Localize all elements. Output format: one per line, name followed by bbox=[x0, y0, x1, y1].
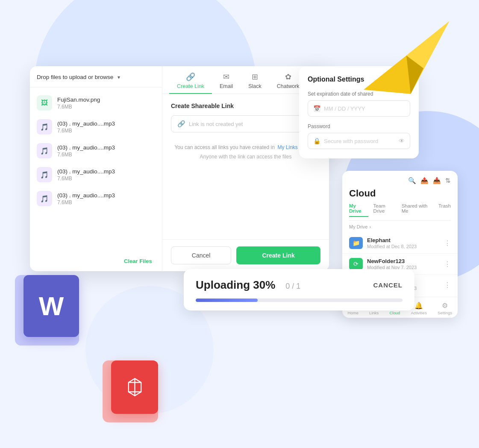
anyone-access-text: Anyone with the link can access the file… bbox=[171, 154, 320, 160]
file-name: FujiSan.mov.png bbox=[57, 97, 155, 103]
progress-bar-fill bbox=[196, 299, 258, 302]
cloud-search-icon[interactable]: 🔍 bbox=[408, 177, 416, 184]
cloud-nav-label-links: Links bbox=[369, 310, 379, 315]
file-name: (03) . my_audio....mp3 bbox=[57, 120, 155, 127]
tab-label-chatwork: Chatwork bbox=[277, 83, 300, 89]
file-item: 🎵 (03) . my_audio....mp3 7.6MB bbox=[30, 115, 162, 139]
file-info: FujiSan.mov.png 7.6MB bbox=[57, 97, 155, 110]
cloud-upload-icon[interactable]: 📤 bbox=[420, 177, 429, 184]
cloud-folder-icon: 📁 bbox=[349, 237, 363, 249]
cloud-folder-date: Modified at Dec 8, 2023 bbox=[367, 244, 440, 249]
password-input-box[interactable]: 🔒 Secure with password 👁 bbox=[308, 133, 410, 149]
file-panel-header: Drop files to upload or browse ▾ bbox=[30, 66, 162, 88]
calendar-icon: 📅 bbox=[313, 105, 320, 112]
clear-files-button[interactable]: Clear Files bbox=[124, 258, 152, 264]
file-type-icon: 🖼 bbox=[37, 95, 52, 111]
cloud-card-header: 🔍 📤 📥 ⇅ Cloud My DriveTeam DriveShared w… bbox=[342, 171, 458, 221]
cloud-tab-shared-with-me[interactable]: Shared with Me bbox=[402, 203, 433, 217]
file-size: 7.6MB bbox=[57, 199, 155, 205]
link-input-box[interactable]: 🔗 Link is not created yet bbox=[171, 115, 320, 132]
file-size: 7.6MB bbox=[57, 152, 155, 158]
cloud-folder-info: Elephant Modified at Dec 8, 2023 bbox=[367, 237, 440, 249]
file-size: 7.6MB bbox=[57, 176, 155, 182]
eye-icon[interactable]: 👁 bbox=[399, 138, 405, 144]
cloud-tabs: My DriveTeam DriveShared with MeTrash bbox=[349, 203, 451, 221]
password-section: Password 🔒 Secure with password 👁 bbox=[308, 123, 410, 149]
tab-create-link[interactable]: 🔗 Create Link bbox=[169, 66, 212, 94]
file-info: (03) . my_audio....mp3 7.6MB bbox=[57, 120, 155, 134]
password-label: Password bbox=[308, 123, 410, 129]
upload-title: Uploading 30% bbox=[196, 278, 275, 292]
modal-footer: Cancel Create Link bbox=[162, 239, 329, 271]
file-size: 7.6MB bbox=[57, 128, 155, 134]
cloud-more-icon[interactable]: ⋮ bbox=[444, 260, 451, 268]
cloud-tab-trash[interactable]: Trash bbox=[438, 203, 451, 217]
progress-bar-background bbox=[196, 299, 403, 302]
tab-icon-chatwork: ✿ bbox=[285, 72, 291, 82]
file-info: (03) . my_audio....mp3 7.6MB bbox=[57, 168, 155, 182]
cloud-folder-name: NewFolder123 bbox=[367, 258, 440, 264]
word-icon-letter: W bbox=[39, 291, 64, 321]
password-placeholder: Secure with password bbox=[324, 138, 395, 144]
cloud-toolbar: 🔍 📤 📥 ⇅ bbox=[349, 177, 451, 184]
cloud-nav-icon-activities: 🔔 bbox=[414, 302, 423, 310]
file-size: 7.6MB bbox=[57, 104, 155, 110]
cloud-sort-icon[interactable]: ⇅ bbox=[445, 177, 451, 184]
file-panel: Drop files to upload or browse ▾ 🖼 FujiS… bbox=[30, 66, 162, 271]
date-input-box[interactable]: 📅 MM / DD / YYYY bbox=[308, 100, 410, 117]
main-modal: Drop files to upload or browse ▾ 🖼 FujiS… bbox=[30, 66, 329, 271]
lock-icon: 🔒 bbox=[313, 138, 320, 144]
file-type-icon: 🎵 bbox=[37, 119, 52, 135]
file-item: 🎵 (03) . my_audio....mp3 7.6MB bbox=[30, 187, 162, 211]
file-list: 🖼 FujiSan.mov.png 7.6MB 🎵 (03) . my_audi… bbox=[30, 88, 162, 214]
cloud-more-icon[interactable]: ⋮ bbox=[444, 239, 451, 247]
tab-email[interactable]: ✉ Email bbox=[212, 66, 241, 94]
upload-count: 0 / 1 bbox=[285, 282, 300, 291]
cloud-nav-label-cloud: Cloud bbox=[389, 310, 400, 315]
cloud-nav-label-activities: Activities bbox=[411, 310, 426, 315]
file-item: 🎵 (03) . my_audio....mp3 7.6MB bbox=[30, 163, 162, 187]
upload-cancel-button[interactable]: CANCEL bbox=[373, 281, 403, 289]
drop-files-label: Drop files to upload or browse bbox=[37, 74, 113, 80]
cloud-folder-item: 📁 Elephant Modified at Dec 8, 2023 ⋮ bbox=[342, 233, 458, 254]
chevron-down-icon[interactable]: ▾ bbox=[118, 74, 120, 80]
tab-label-create-link: Create Link bbox=[177, 83, 204, 89]
tab-slack[interactable]: ⊞ Slack bbox=[241, 66, 269, 94]
link-icon: 🔗 bbox=[177, 120, 185, 128]
cloud-nav-label-settings: Settings bbox=[438, 310, 452, 315]
upload-card: Uploading 30% 0 / 1 CANCEL bbox=[184, 269, 414, 310]
tab-icon-slack: ⊞ bbox=[252, 72, 258, 82]
cancel-button[interactable]: Cancel bbox=[171, 246, 231, 264]
tab-icon-email: ✉ bbox=[223, 72, 229, 82]
cloud-folder-info: NewFolder123 Modified at Nov 7, 2023 bbox=[367, 258, 440, 270]
file-name: (03) . my_audio....mp3 bbox=[57, 144, 155, 151]
file-type-icon: 🎵 bbox=[37, 191, 52, 206]
tab-icon-create-link: 🔗 bbox=[186, 72, 195, 82]
paper-plane-icon bbox=[359, 13, 453, 98]
tab-label-slack: Slack bbox=[248, 83, 262, 89]
tab-label-email: Email bbox=[220, 83, 233, 89]
cloud-download-icon[interactable]: 📥 bbox=[433, 177, 441, 184]
pdf-file-icon bbox=[111, 360, 158, 414]
create-link-title: Create Shareable Link bbox=[171, 102, 320, 109]
file-info: (03) . my_audio....mp3 7.6MB bbox=[57, 192, 155, 205]
my-links-link[interactable]: My Links bbox=[278, 144, 298, 150]
word-file-icon: W bbox=[24, 275, 79, 337]
file-type-icon: 🎵 bbox=[37, 167, 52, 182]
upload-top: Uploading 30% 0 / 1 CANCEL bbox=[196, 278, 403, 292]
file-type-icon: 🎵 bbox=[37, 143, 52, 158]
cloud-extra-more-icon[interactable]: ⋮ bbox=[444, 281, 451, 289]
file-item: 🖼 FujiSan.mov.png 7.6MB bbox=[30, 91, 162, 115]
file-name: (03) . my_audio....mp3 bbox=[57, 168, 155, 175]
cloud-title: Cloud bbox=[349, 188, 451, 199]
file-item: 🎵 (03) . my_audio....mp3 7.6MB bbox=[30, 139, 162, 163]
date-placeholder: MM / DD / YYYY bbox=[324, 105, 405, 112]
cloud-tab-my-drive[interactable]: My Drive bbox=[349, 203, 368, 217]
create-link-button[interactable]: Create Link bbox=[236, 246, 320, 264]
info-text: You can access all links you have create… bbox=[171, 144, 320, 150]
cloud-tab-team-drive[interactable]: Team Drive bbox=[373, 203, 397, 217]
cloud-folder-icon: ⟳ bbox=[349, 258, 363, 270]
cloud-folder-name: Elephant bbox=[367, 237, 440, 243]
cloud-nav-icon-settings: ⚙ bbox=[442, 302, 448, 310]
cloud-nav-settings[interactable]: ⚙ Settings bbox=[438, 302, 452, 315]
